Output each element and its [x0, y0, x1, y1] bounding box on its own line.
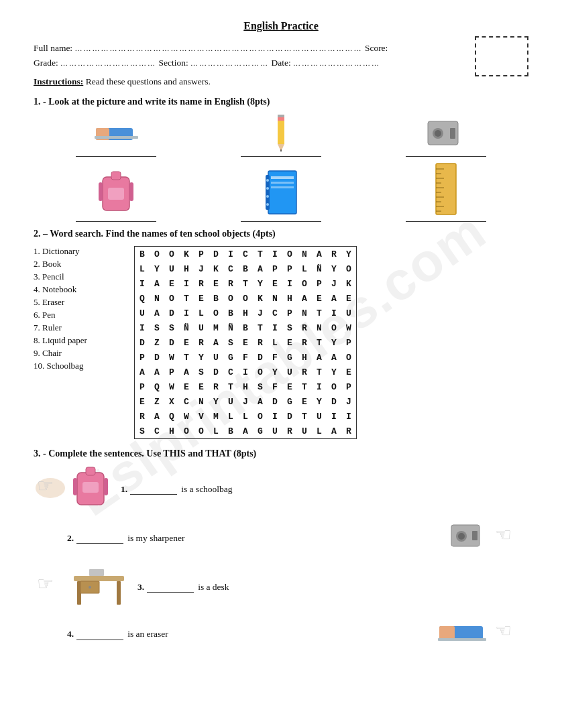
svg-text:☜: ☜ — [495, 620, 512, 641]
grid-cell: F — [268, 379, 282, 394]
grid-cell: Ñ — [312, 261, 327, 276]
grid-cell: R — [327, 247, 341, 261]
grid-cell: O — [341, 350, 356, 365]
grid-cell: Y — [341, 247, 356, 261]
blank-4 — [76, 629, 123, 640]
grid-cell: P — [164, 365, 179, 379]
grid-cell: P — [282, 306, 297, 320]
svg-point-11 — [435, 130, 441, 137]
grid-cell: I — [327, 409, 341, 424]
notebook-image — [261, 169, 301, 216]
grid-cell: A — [297, 291, 312, 306]
svg-point-27 — [266, 195, 269, 198]
full-name-line: Full name: ……………………………………………………………………………… — [34, 43, 528, 54]
grid-cell: F — [268, 350, 282, 365]
blank-3 — [147, 581, 194, 593]
grid-cell: U — [341, 306, 356, 320]
grid-cell: N — [194, 394, 209, 409]
list-item: 9. Chair — [34, 348, 121, 359]
sharpener-s3 — [448, 522, 492, 554]
svg-rect-18 — [129, 182, 133, 201]
svg-text:☞: ☞ — [37, 573, 54, 594]
svg-rect-16 — [111, 172, 121, 180]
grid-cell: L — [135, 261, 150, 276]
grid-cell: T — [179, 350, 194, 365]
svg-rect-64 — [438, 638, 486, 641]
grid-cell: O — [327, 320, 341, 335]
grid-cell: Y — [209, 394, 223, 409]
picture-schoolbag — [56, 169, 176, 222]
hand-left-3: ☞ — [34, 572, 70, 602]
word-list-items: 1. Dictionary 2. Book 3. Pencil 4. Noteb… — [34, 246, 121, 371]
grid-cell: K — [179, 247, 194, 261]
grade-line: Grade: …………………………… Section: ……………………… Da… — [34, 58, 528, 68]
grid-cell: S — [282, 320, 297, 335]
grid-cell: D — [164, 306, 179, 320]
svg-rect-56 — [74, 576, 124, 581]
grid-cell: Y — [194, 350, 209, 365]
notebook-line — [241, 221, 321, 222]
grid-cell: R — [194, 335, 209, 350]
grid-cell: O — [223, 291, 238, 306]
grid-cell: T — [238, 276, 253, 291]
grid-cell: A — [327, 291, 341, 306]
grid-cell: Ñ — [223, 320, 238, 335]
sentence-3-content: is a desk — [198, 582, 229, 593]
score-box — [475, 36, 528, 76]
grid-cell: I — [268, 409, 282, 424]
grid-cell: P — [135, 350, 150, 365]
grid-cell: D — [209, 247, 223, 261]
pictures-row-1 — [34, 114, 528, 157]
svg-rect-45 — [82, 482, 99, 493]
grid-cell: W — [179, 409, 194, 424]
eraser-s3 — [438, 622, 492, 646]
grid-cell: T — [297, 379, 312, 394]
grid-cell: B — [135, 247, 150, 261]
grid-cell: J — [341, 394, 356, 409]
grade-label: Grade: — [34, 58, 58, 68]
list-item: 1. Dictionary — [34, 246, 121, 257]
grid-cell: P — [282, 261, 297, 276]
grid-cell: N — [297, 247, 312, 261]
svg-point-28 — [266, 203, 269, 206]
grid-cell: A — [327, 424, 341, 438]
grid-cell: G — [282, 394, 297, 409]
grid-cell: O — [327, 379, 341, 394]
list-item: 2. Book — [34, 259, 121, 269]
grid-cell: L — [297, 261, 312, 276]
grid-cell: S — [150, 320, 164, 335]
grid-cell: O — [209, 306, 223, 320]
grid-cell: O — [164, 247, 179, 261]
grid-cell: I — [282, 276, 297, 291]
svg-text:☜: ☜ — [495, 524, 512, 545]
sentence-3-num: 3. — [137, 582, 144, 593]
grid-cell: D — [209, 365, 223, 379]
section1-header: 1. - Look at the picture and write its n… — [34, 97, 528, 107]
grid-cell: U — [194, 320, 209, 335]
grid-cell: S — [135, 424, 150, 438]
grid-cell: C — [150, 424, 164, 438]
svg-rect-63 — [439, 626, 455, 640]
grid-cell: B — [223, 306, 238, 320]
grid-cell: F — [238, 350, 253, 365]
grid-cell: I — [179, 276, 194, 291]
grid-cell: U — [282, 365, 297, 379]
svg-rect-46 — [86, 467, 95, 475]
grid-cell: Y — [327, 261, 341, 276]
grid-cell: B — [223, 424, 238, 438]
grid-cell: S — [194, 365, 209, 379]
grid-cell: M — [209, 320, 223, 335]
grid-cell: T — [312, 365, 327, 379]
grid-cell: B — [238, 261, 253, 276]
eraser-line — [76, 156, 156, 157]
grid-cell: T — [253, 247, 268, 261]
sharpener-image — [423, 114, 469, 151]
grid-cell: E — [341, 365, 356, 379]
grid-cell: R — [194, 276, 209, 291]
grid-cell: A — [209, 335, 223, 350]
svg-rect-17 — [99, 182, 103, 201]
schoolbag-s3 — [70, 466, 114, 512]
grid-cell: U — [164, 261, 179, 276]
grid-cell: E — [312, 291, 327, 306]
grid-cell: U — [209, 350, 223, 365]
